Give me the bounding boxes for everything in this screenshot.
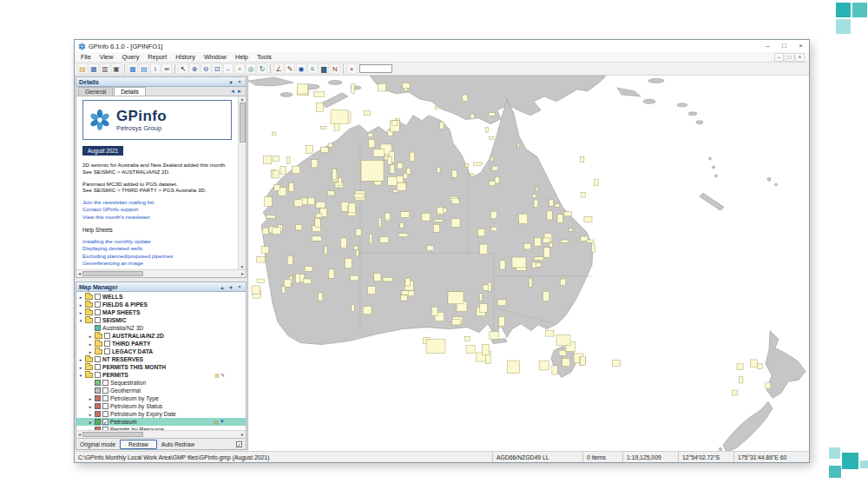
layer-checkbox[interactable] <box>95 364 101 370</box>
edit-icon[interactable]: ✎ <box>285 63 295 74</box>
map-canvas[interactable] <box>248 76 809 451</box>
zoom-in-icon[interactable]: ⊕ <box>189 63 200 74</box>
north-arrow-icon[interactable]: N <box>330 63 340 74</box>
expand-icon[interactable]: ▸ <box>78 295 83 300</box>
table-view-icon[interactable]: ▦ <box>128 63 138 74</box>
layer-item-legacy-data[interactable]: ▸LEGACY DATA <box>76 348 246 355</box>
info-icon[interactable]: i <box>150 63 161 74</box>
layer-checkbox[interactable] <box>102 380 108 386</box>
tab-details[interactable]: Details <box>114 87 146 96</box>
expand-icon[interactable]: ▸ <box>88 396 93 401</box>
details-link[interactable]: View this month's newsletter <box>82 214 232 221</box>
collapse-icon[interactable]: ▾ <box>78 318 83 323</box>
layer-checkbox[interactable] <box>102 411 108 417</box>
dock-icon[interactable]: ▾ <box>227 79 234 85</box>
menu-history[interactable]: History <box>171 53 200 61</box>
details-link[interactable]: Join the newsletter mailing list <box>82 199 232 206</box>
layer-item-seismic[interactable]: ▾SEISMIC <box>76 316 246 324</box>
title-bar[interactable]: GPinfo 6.1.0 - [GPINFO1] – □ × <box>75 40 809 52</box>
layer-item-map-sheets[interactable]: ▸MAP SHEETS <box>76 308 246 316</box>
layer-checkbox[interactable] <box>104 341 110 347</box>
zoom-out-icon[interactable]: ⊖ <box>201 63 211 74</box>
layer-item-permits-this-month[interactable]: ▸PERMITS THIS MONTH <box>76 363 246 371</box>
close-icon[interactable]: × <box>236 79 243 85</box>
expand-icon[interactable]: ▸ <box>88 334 93 339</box>
close-view-icon[interactable]: × <box>346 63 357 74</box>
details-link[interactable]: Contact GPinfo support <box>82 206 232 213</box>
layer-item-third-party[interactable]: ▸THIRD PARTY <box>76 340 246 348</box>
layer-item-geothermal[interactable]: Geothermal <box>76 387 246 394</box>
pointer-icon[interactable]: ↖ <box>178 63 188 74</box>
expand-icon[interactable]: ▸ <box>88 341 93 347</box>
help-sheet-link[interactable]: Displaying deviated wells <box>82 245 232 252</box>
redraw-button[interactable]: Redraw <box>120 440 157 449</box>
mdi-restore-button[interactable]: □ <box>785 53 794 62</box>
scroll-thumb[interactable] <box>82 271 143 276</box>
layer-item-petroleum-by-status[interactable]: ▸Petroleum by Status <box>76 402 246 410</box>
mdi-close-button[interactable]: × <box>795 53 805 62</box>
scroll-thumb[interactable] <box>82 432 143 437</box>
collapse-icon[interactable]: ▾ <box>78 373 83 378</box>
expand-icon[interactable]: ▸ <box>78 365 83 370</box>
dock-icon[interactable]: ▾ <box>227 284 234 290</box>
list-view-icon[interactable]: ▤ <box>139 63 149 74</box>
expand-icon[interactable]: ▸ <box>78 357 83 362</box>
expand-icon[interactable]: ▸ <box>88 412 93 417</box>
full-extent-icon[interactable]: ◎ <box>246 63 256 74</box>
scroll-left-arrow[interactable]: ◄ <box>77 271 82 276</box>
layer-item-petroleum-by-expiry-date[interactable]: ▸Petroleum by Expiry Date <box>76 410 246 418</box>
layer-item-australia-nz-2d[interactable]: ▸AUSTRALIA/NZ 2D <box>76 332 246 340</box>
copy-icon[interactable]: ▣ <box>111 63 122 74</box>
layer-item-permits[interactable]: ▾PERMITS▨✎ <box>76 371 246 379</box>
edit-icon[interactable]: ✎ <box>220 372 225 378</box>
layer-item-fields-pipes[interactable]: ▸FIELDS & PIPES <box>76 301 246 308</box>
layer-checkbox[interactable] <box>95 356 101 362</box>
layer-checkbox[interactable]: ✓ <box>102 419 108 425</box>
expand-icon[interactable]: ▸ <box>78 302 83 308</box>
search-icon[interactable]: ∞ <box>161 63 172 74</box>
menu-query[interactable]: Query <box>117 53 143 61</box>
layer-checkbox[interactable] <box>102 403 108 409</box>
details-panel-header[interactable]: Details ▾× <box>76 77 246 87</box>
layer-checkbox[interactable] <box>102 395 108 401</box>
layer-checkbox[interactable] <box>95 301 101 308</box>
layer-item-nt-reserves[interactable]: ▸NT RESERVES <box>76 355 246 363</box>
layer-item-petroleum-by-type[interactable]: ▸Petroleum by Type <box>76 394 246 402</box>
expand-icon[interactable]: ▸ <box>88 420 93 425</box>
scroll-right-arrow[interactable]: ► <box>240 432 245 437</box>
measure-icon[interactable]: ∠ <box>273 63 284 74</box>
scroll-right-arrow[interactable]: ► <box>240 271 245 276</box>
chart-icon[interactable]: ▆ <box>319 63 329 74</box>
tab-general[interactable]: General <box>78 87 113 96</box>
help-sheet-link[interactable]: Georeferencing an image <box>82 260 232 267</box>
menu-window[interactable]: Window <box>200 53 231 61</box>
layer-checkbox[interactable] <box>102 387 108 394</box>
minimize-button[interactable]: – <box>760 40 776 52</box>
expand-icon[interactable]: ▸ <box>88 404 93 409</box>
scroll-up-icon[interactable]: ▴ <box>219 284 226 290</box>
help-sheet-link[interactable]: Excluding planned/proposed pipelines <box>82 253 232 260</box>
close-icon[interactable]: × <box>236 284 243 290</box>
snap-icon[interactable]: ◉ <box>296 63 306 74</box>
layer-checkbox[interactable] <box>95 372 101 378</box>
mdi-minimize-button[interactable]: – <box>774 53 784 62</box>
layer-checkbox[interactable] <box>95 294 101 300</box>
layer-item-sequestration[interactable]: Sequestration <box>76 379 246 387</box>
layer-checkbox[interactable] <box>104 348 110 354</box>
menu-report[interactable]: Report <box>143 53 171 61</box>
close-button[interactable]: × <box>792 40 809 52</box>
layer-item-australia-nz-3d[interactable]: Australia/NZ 3D <box>76 324 246 332</box>
nav-back-icon[interactable]: ◄ <box>230 89 235 94</box>
print-icon[interactable]: ▥ <box>100 63 110 74</box>
layer-checkbox[interactable] <box>95 309 101 315</box>
menu-view[interactable]: View <box>95 53 118 61</box>
nav-forward-icon[interactable]: ► <box>237 89 242 94</box>
menu-tools[interactable]: Tools <box>253 53 276 61</box>
maximize-button[interactable]: □ <box>776 40 792 52</box>
tree-horizontal-scrollbar[interactable]: ◄ ► <box>76 430 246 438</box>
expand-icon[interactable]: ▸ <box>78 310 83 315</box>
style-icon[interactable]: ▨ <box>214 419 219 425</box>
layer-item-petroleum[interactable]: ▸✓Petroleum▨▼ <box>76 418 246 426</box>
layer-checkbox[interactable] <box>104 333 110 339</box>
save-icon[interactable]: ▦ <box>89 63 99 74</box>
